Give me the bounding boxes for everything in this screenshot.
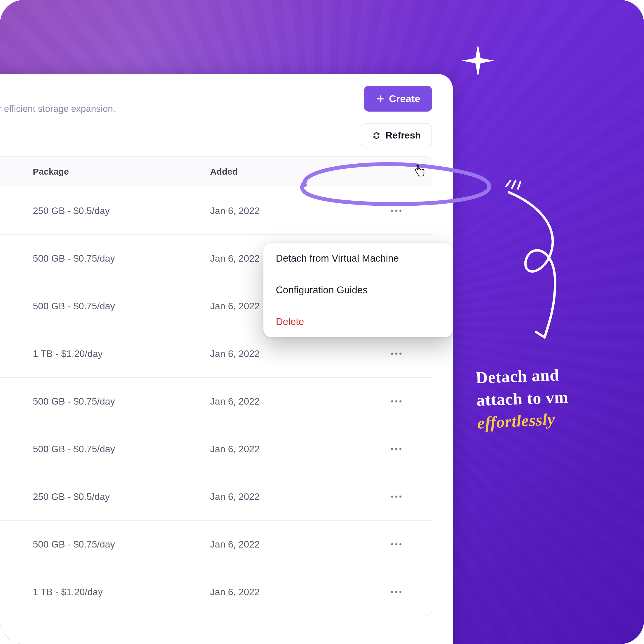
cell-package: 500 GB - $0.75/day <box>33 539 210 550</box>
cell-added: Jan 6, 2022 <box>210 348 387 359</box>
cell-added: Jan 6, 2022 <box>210 539 387 550</box>
annotation-line2: attach to vm <box>476 388 569 409</box>
sparkle-icon <box>462 44 494 77</box>
promo-stage: tion for efficient storage expansion. Cr… <box>0 0 644 644</box>
svg-line-28 <box>512 181 516 188</box>
more-horizontal-icon <box>390 542 402 546</box>
svg-point-9 <box>391 353 393 355</box>
more-horizontal-icon <box>390 495 402 498</box>
svg-point-17 <box>400 448 402 450</box>
refresh-button-label: Refresh <box>386 130 421 141</box>
cell-added: Jan 6, 2022 <box>210 205 387 216</box>
row-actions-button[interactable] <box>387 392 405 410</box>
svg-point-24 <box>391 591 393 593</box>
annotation-line3: effortlessly <box>477 408 556 434</box>
svg-point-23 <box>400 543 402 545</box>
table-row: 1 TB - $1.20/dayJan 6, 2022 <box>0 568 432 616</box>
row-actions-button[interactable] <box>387 488 405 505</box>
svg-point-25 <box>395 591 397 593</box>
svg-point-20 <box>400 496 402 498</box>
pointer-cursor-icon <box>414 165 424 178</box>
row-actions-menu: Detach from Virtual Machine Configuratio… <box>263 243 453 337</box>
col-package: Package <box>33 167 210 177</box>
svg-point-11 <box>400 353 402 355</box>
more-horizontal-icon <box>390 400 402 403</box>
plus-icon <box>376 94 385 103</box>
svg-line-27 <box>506 181 511 186</box>
annotation-line1: Detach and <box>475 366 559 387</box>
cell-added: Jan 6, 2022 <box>210 587 387 598</box>
annotation-text: Detach and attach to vm effortlessly <box>475 361 632 434</box>
svg-point-13 <box>395 400 397 403</box>
svg-line-29 <box>518 182 520 189</box>
cell-package: 500 GB - $0.75/day <box>33 396 210 407</box>
svg-point-10 <box>395 353 397 355</box>
cell-package: 1 TB - $1.20/day <box>33 348 210 359</box>
svg-point-21 <box>391 543 393 545</box>
col-added: Added <box>210 167 387 177</box>
svg-point-12 <box>391 400 393 403</box>
create-button[interactable]: Create <box>364 86 432 112</box>
svg-point-2 <box>400 210 402 212</box>
cell-package: 500 GB - $0.75/day <box>33 444 210 455</box>
svg-point-16 <box>395 448 397 450</box>
cell-added: Jan 6, 2022 <box>210 444 387 455</box>
svg-point-26 <box>400 591 402 593</box>
menu-item-guides[interactable]: Configuration Guides <box>263 274 453 306</box>
storage-panel: tion for efficient storage expansion. Cr… <box>0 74 453 644</box>
cell-package: 250 GB - $0.5/day <box>33 205 210 216</box>
row-actions-button[interactable] <box>387 535 405 553</box>
row-actions-button[interactable] <box>387 202 405 220</box>
svg-point-14 <box>400 400 402 403</box>
svg-point-19 <box>395 496 397 498</box>
menu-item-delete[interactable]: Delete <box>263 306 453 337</box>
table-row: 500 GB - $0.75/dayJan 6, 2022 <box>0 521 432 568</box>
table-row: 500 GB - $0.75/dayJan 6, 2022 <box>0 378 432 425</box>
table-row: 250 GB - $0.5/dayJan 6, 2022 <box>0 473 432 521</box>
storage-table: Package Added 250 GB - $0.5/dayJan 6, 20… <box>0 156 432 616</box>
row-actions-button[interactable] <box>387 440 405 458</box>
row-actions-button[interactable] <box>387 345 405 363</box>
table-row: 250 GB - $0.5/dayJan 6, 2022 <box>0 187 432 235</box>
cell-package: 1 TB - $1.20/day <box>33 587 210 598</box>
cell-package: 500 GB - $0.75/day <box>33 301 210 312</box>
refresh-button[interactable]: Refresh <box>361 123 432 147</box>
menu-item-detach[interactable]: Detach from Virtual Machine <box>263 243 453 274</box>
more-horizontal-icon <box>390 352 402 355</box>
more-horizontal-icon <box>390 590 402 594</box>
panel-subtitle: tion for efficient storage expansion. <box>0 104 115 114</box>
more-horizontal-icon <box>390 209 402 212</box>
cell-added: Jan 6, 2022 <box>210 491 387 502</box>
row-actions-button[interactable] <box>387 583 405 601</box>
svg-point-15 <box>391 448 393 450</box>
annotation-arrow <box>503 189 568 343</box>
cell-package: 500 GB - $0.75/day <box>33 253 210 264</box>
cell-package: 250 GB - $0.5/day <box>33 491 210 502</box>
table-row: 500 GB - $0.75/dayJan 6, 2022 <box>0 425 432 473</box>
svg-point-18 <box>391 496 393 498</box>
cell-added: Jan 6, 2022 <box>210 396 387 407</box>
svg-point-1 <box>395 210 397 212</box>
svg-point-22 <box>395 543 397 545</box>
svg-point-0 <box>391 210 393 212</box>
refresh-icon <box>372 131 381 140</box>
table-header: Package Added <box>0 157 432 187</box>
create-button-label: Create <box>389 93 420 104</box>
more-horizontal-icon <box>390 447 402 451</box>
